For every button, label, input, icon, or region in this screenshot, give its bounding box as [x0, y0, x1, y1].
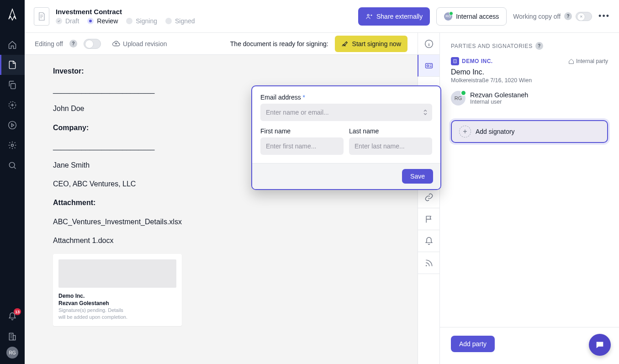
svg-rect-0 — [11, 84, 16, 89]
document-title: Investment Contract — [56, 8, 195, 16]
signatory-row[interactable]: RG Rezvan Golestaneh Internal user — [451, 91, 608, 106]
signature-status: will be added upon completion. — [58, 314, 176, 321]
help-icon[interactable]: ? — [564, 12, 572, 20]
tab-info-icon[interactable] — [418, 33, 440, 55]
signature-person: Rezvan Golestaneh — [58, 300, 176, 307]
last-name-label: Last name — [349, 127, 432, 135]
doc-attachment-label: Attachment: — [53, 197, 389, 208]
add-signatory-button[interactable]: + Add signatory — [451, 120, 608, 143]
tab-feed-icon[interactable] — [418, 252, 440, 274]
add-party-button[interactable]: Add party — [451, 336, 495, 352]
nav-copy-icon[interactable] — [0, 75, 25, 95]
svg-point-3 — [11, 144, 14, 147]
signature-company: Demo Inc. — [58, 292, 176, 300]
signature-icon — [341, 40, 349, 47]
more-menu-button[interactable]: ••• — [598, 11, 610, 21]
status-signed[interactable]: Signed — [165, 17, 195, 25]
working-copy-label: Working copy off — [513, 13, 561, 20]
editing-label: Editing off — [35, 40, 63, 47]
svg-rect-8 — [88, 43, 91, 45]
chat-launcher-button[interactable] — [589, 334, 611, 356]
svg-rect-6 — [13, 336, 16, 340]
svg-point-2 — [9, 121, 16, 129]
status-dot-icon — [165, 18, 172, 24]
working-copy-toggle-group: Working copy off ? — [513, 12, 592, 21]
working-copy-toggle[interactable] — [576, 12, 592, 21]
svg-rect-5 — [9, 333, 13, 340]
tab-flag-icon[interactable] — [418, 208, 440, 230]
signature-pad[interactable] — [58, 259, 176, 288]
status-review[interactable]: Review — [87, 17, 118, 25]
svg-point-4 — [9, 162, 15, 168]
party-address: Molkereistraße 7/16, 1020 Wien — [451, 77, 608, 84]
internal-party-label: Internal party — [568, 58, 608, 64]
email-label: Email address * — [260, 94, 432, 101]
party-tag[interactable]: DEMO INC. — [451, 57, 493, 65]
tab-parties-icon[interactable] — [418, 55, 439, 77]
share-icon — [365, 13, 373, 20]
plus-icon: + — [459, 126, 471, 137]
nav-documents-icon[interactable] — [0, 55, 25, 75]
signatory-name: Rezvan Golestaneh — [470, 91, 528, 99]
signing-ready-text: The document is ready for signing: — [230, 40, 328, 47]
doc-investor-label: Investor: — [53, 66, 389, 76]
status-dot-icon — [56, 18, 62, 24]
add-signatory-modal: Email address * First name Last name Sav… — [251, 85, 441, 190]
document-header: Investment Contract Draft Review Signing… — [25, 0, 619, 33]
left-nav-rail: 13 RG — [0, 0, 25, 364]
share-externally-button[interactable]: Share externally — [358, 7, 430, 26]
first-name-label: First name — [260, 127, 344, 135]
editing-toggle[interactable] — [84, 39, 101, 49]
document-toolbar: Editing off ? Upload revision The docume… — [25, 33, 418, 55]
first-name-input[interactable] — [260, 137, 344, 155]
party-block: DEMO INC. Internal party Demo Inc. Molke… — [440, 55, 619, 113]
help-icon[interactable]: ? — [69, 40, 77, 47]
signatory-avatar: RG — [451, 91, 466, 106]
home-icon — [568, 58, 574, 64]
nav-home-icon[interactable] — [0, 35, 25, 55]
app-logo-icon — [7, 8, 18, 21]
email-input[interactable] — [260, 104, 432, 121]
doc-attachment-file: Attachment 1.docx — [53, 235, 389, 246]
last-name-input[interactable] — [349, 137, 432, 155]
doc-attachment-file: ABC_Ventures_Investment_Details.xlsx — [53, 216, 389, 227]
panel-title: PARTIES AND SIGNATORIES — [451, 43, 533, 49]
svg-point-12 — [426, 265, 427, 266]
user-avatar[interactable]: RG — [6, 347, 18, 359]
internal-access-avatar: RG — [444, 12, 452, 21]
signature-card: Demo Inc. Rezvan Golestaneh Signature(s)… — [53, 254, 182, 326]
nav-settings-icon[interactable] — [0, 135, 25, 155]
upload-cloud-icon — [112, 40, 120, 48]
lock-icon — [87, 41, 92, 46]
nav-play-icon[interactable] — [0, 115, 25, 135]
help-icon[interactable]: ? — [535, 42, 543, 50]
svg-point-11 — [427, 64, 429, 66]
chat-icon — [595, 340, 605, 350]
chevron-updown-icon[interactable] — [423, 109, 428, 116]
nav-add-icon[interactable] — [0, 95, 25, 115]
upload-revision-button[interactable]: Upload revision — [112, 40, 167, 48]
start-signing-button[interactable]: Start signing now — [335, 36, 407, 52]
signature-status: Signature(s) pending. Details — [58, 307, 176, 314]
status-draft[interactable]: Draft — [56, 17, 79, 25]
internal-access-button[interactable]: RG Internal access — [436, 7, 507, 26]
parties-panel: PARTIES AND SIGNATORIES ? DEMO INC. Inte… — [439, 33, 619, 364]
building-icon — [451, 57, 459, 65]
status-signing[interactable]: Signing — [126, 17, 157, 25]
save-button[interactable]: Save — [402, 169, 433, 184]
nav-org-icon[interactable] — [0, 327, 25, 347]
signatory-role: Internal user — [470, 99, 528, 105]
svg-rect-13 — [454, 59, 456, 63]
status-dot-icon — [126, 18, 132, 24]
document-type-icon — [34, 7, 49, 26]
right-sidebar-tabs — [418, 33, 439, 364]
nav-search-icon[interactable] — [0, 155, 25, 175]
tab-bell-icon[interactable] — [418, 230, 440, 252]
party-name: Demo Inc. — [451, 68, 608, 76]
status-dot-icon — [87, 18, 94, 24]
svg-point-7 — [367, 14, 369, 16]
nav-notifications-icon[interactable]: 13 — [0, 306, 25, 327]
notification-count-badge: 13 — [14, 308, 21, 315]
